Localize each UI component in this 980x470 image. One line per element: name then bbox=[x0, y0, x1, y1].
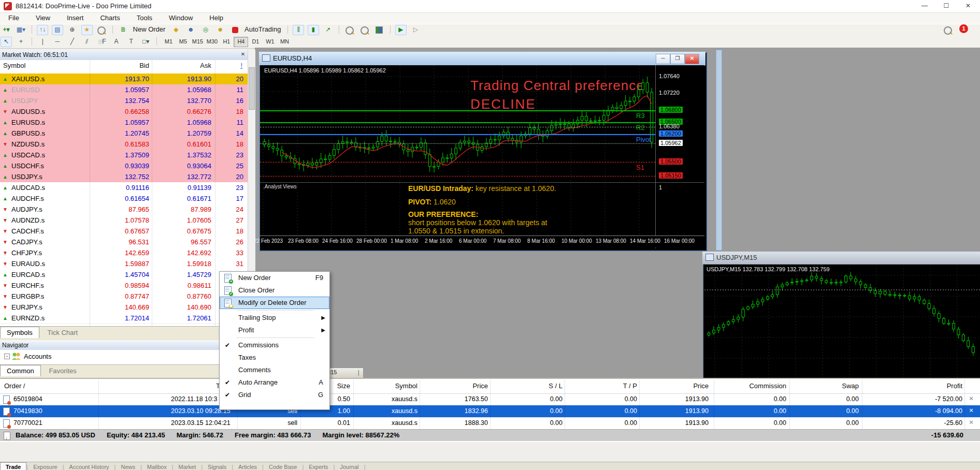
zoom-out-button[interactable] bbox=[359, 25, 370, 35]
terminal-column-header-price[interactable]: Price bbox=[431, 382, 488, 390]
chart-window-eurusd-titlebar[interactable]: EURUSD,H4 bbox=[259, 52, 705, 66]
community-icon[interactable]: ◎ bbox=[200, 25, 211, 35]
market-watch-row[interactable]: ▼EURCHF.s0.985940.98611 bbox=[0, 280, 248, 291]
market-watch-row[interactable]: ▼AUDNZD.s1.075781.0760527 bbox=[0, 215, 248, 226]
market-watch-row[interactable]: ▼NZDUSD.s0.615830.6160118 bbox=[0, 139, 248, 150]
timeframe-m1[interactable]: M1 bbox=[161, 37, 176, 47]
line-chart-button[interactable]: ↗ bbox=[322, 25, 334, 35]
terminal-column-header-tp[interactable]: T / P bbox=[580, 382, 637, 390]
menu-item-new-order[interactable]: +New OrderF9 bbox=[220, 272, 329, 284]
menu-item-window[interactable]: Window bbox=[161, 13, 201, 23]
timeframe-h4[interactable]: H4 bbox=[234, 37, 248, 47]
terminal-tab-mailbox[interactable]: Mailbox bbox=[142, 463, 172, 470]
tab-symbols[interactable]: Symbols bbox=[0, 327, 39, 338]
market-watch-row[interactable]: ▼EURGBP.s0.877470.87760 bbox=[0, 291, 248, 302]
strategy-tester-button[interactable] bbox=[96, 25, 107, 35]
horizontal-line-button[interactable]: ─ bbox=[52, 37, 63, 47]
close-button[interactable]: ✕ bbox=[957, 0, 979, 12]
scrollbar-thumb[interactable] bbox=[249, 67, 255, 110]
column-header-bid[interactable]: Bid bbox=[123, 62, 149, 69]
menu-item-commissions[interactable]: ✔Commissions bbox=[220, 339, 329, 351]
minimize-button[interactable]: — bbox=[914, 0, 935, 12]
market-watch-close-icon[interactable]: ✕ bbox=[239, 51, 247, 58]
timeframe-d1[interactable]: D1 bbox=[248, 37, 263, 47]
timeframe-m5[interactable]: M5 bbox=[176, 37, 190, 47]
market-watch-row[interactable]: ▲AUDCAD.s0.911160.9113923 bbox=[0, 182, 248, 194]
terminal-column-header-price_current[interactable]: Price bbox=[652, 382, 709, 390]
tree-item-accounts[interactable]: Accounts bbox=[24, 352, 51, 360]
candlestick-chart-button[interactable]: ▮ bbox=[308, 25, 319, 35]
terminal-toggle[interactable]: ★ bbox=[81, 25, 93, 35]
menu-item-tools[interactable]: Tools bbox=[128, 13, 161, 23]
terminal-tab-exposure[interactable]: Exposure bbox=[28, 463, 62, 470]
terminal-column-header-order[interactable]: Order / bbox=[4, 382, 25, 390]
market-watch-row[interactable]: ▲USDJPY.s132.752132.77220 bbox=[0, 171, 248, 183]
terminal-tab-experts[interactable]: Experts bbox=[304, 463, 333, 470]
terminal-tab-trade[interactable]: Trade bbox=[0, 462, 26, 470]
new-chart-button[interactable]: +▾ bbox=[1, 25, 12, 35]
menu-item-charts[interactable]: Charts bbox=[92, 13, 128, 23]
maximize-button[interactable]: ☐ bbox=[935, 0, 957, 12]
equidistant-channel-button[interactable]: ⫽ bbox=[81, 37, 93, 47]
market-watch-row[interactable]: ▲AUDCHF.s0.616540.6167117 bbox=[0, 193, 248, 204]
market-watch-toggle[interactable]: ↑↓ bbox=[37, 25, 48, 35]
market-watch-row[interactable]: ▲GBPUSD.s1.207451.2075914 bbox=[0, 128, 248, 139]
timeframe-m15[interactable]: M15 bbox=[190, 37, 205, 47]
market-watch-row[interactable]: ▼EURJPY.s140.669140.690 bbox=[0, 302, 248, 313]
tree-expander-icon[interactable]: − bbox=[4, 354, 10, 359]
chart-shift-button[interactable]: ▷ bbox=[410, 25, 421, 35]
bar-chart-button[interactable]: ⫼ bbox=[293, 25, 304, 35]
menu-item-modify-or-delete-order[interactable]: ✱Modify or Delete Order bbox=[220, 297, 329, 309]
notification-badge[interactable]: 1 bbox=[959, 24, 968, 33]
autotrading-icon[interactable] bbox=[229, 25, 241, 35]
menu-item-grid[interactable]: ✔GridG bbox=[220, 389, 329, 401]
market-watch-row[interactable]: ▲XAUUSD.s1913.701913.9020 bbox=[0, 74, 248, 85]
fibonacci-button[interactable]: 𝄙F bbox=[96, 37, 107, 47]
menu-item-insert[interactable]: Insert bbox=[59, 13, 92, 23]
market-watch-row[interactable]: ▲EURNZD.s1.720141.72061 bbox=[0, 313, 248, 324]
market-watch-row[interactable]: ▼AUDJPY.s87.96587.98924 bbox=[0, 204, 248, 215]
navigator-toggle[interactable]: ⊕ bbox=[66, 25, 78, 35]
auto-scroll-button[interactable]: ▶ bbox=[395, 25, 407, 35]
terminal-column-header-profit[interactable]: Profit bbox=[895, 382, 962, 390]
column-header-ask[interactable]: Ask bbox=[185, 62, 211, 69]
menu-item-profit[interactable]: Profit▶ bbox=[220, 324, 329, 336]
tab-tick-chart[interactable]: Tick Chart bbox=[41, 327, 84, 338]
data-window-toggle[interactable]: ▤ bbox=[52, 25, 63, 35]
mdi-scrollbar[interactable] bbox=[716, 50, 722, 251]
vertical-line-button[interactable]: | bbox=[37, 37, 48, 47]
market-watch-row[interactable]: ▲EURCAD.s1.457041.45729 bbox=[0, 269, 248, 281]
search-icon[interactable] bbox=[944, 25, 952, 37]
market-watch-row[interactable]: ▲USDCHF.s0.930390.9306425 bbox=[0, 160, 248, 172]
tile-windows-button[interactable] bbox=[373, 25, 385, 35]
new-order-button[interactable]: New Order bbox=[133, 24, 166, 35]
terminal-tab-news[interactable]: News bbox=[116, 463, 140, 470]
terminal-tab-account-history[interactable]: Account History bbox=[64, 463, 114, 470]
terminal-tab-code-base[interactable]: Code Base bbox=[264, 463, 302, 470]
zoom-in-button[interactable] bbox=[344, 25, 355, 35]
menu-item-help[interactable]: Help bbox=[201, 13, 232, 23]
timeframe-h1[interactable]: H1 bbox=[219, 37, 234, 47]
expert-advisors-icon[interactable]: ◆ bbox=[170, 25, 182, 35]
market-watch-row[interactable]: ▲EURUSD.s1.059571.0596811 bbox=[0, 117, 248, 128]
market-watch-row[interactable]: ▼CHFJPY.s142.659142.69233 bbox=[0, 247, 248, 259]
chart-close-button[interactable]: ✕ bbox=[685, 54, 699, 64]
market-watch-row[interactable]: ▼CADCHF.s0.676570.6767518 bbox=[0, 226, 248, 237]
terminal-tab-journal[interactable]: Journal bbox=[335, 463, 364, 470]
tab-favorites[interactable]: Favorites bbox=[42, 365, 82, 376]
terminal-column-header-commission[interactable]: Commission bbox=[724, 382, 786, 390]
terminal-tab-signals[interactable]: Signals bbox=[203, 463, 232, 470]
close-position-icon[interactable]: × bbox=[968, 407, 975, 414]
cursor-button[interactable]: ↖ bbox=[1, 37, 12, 47]
timeframe-w1[interactable]: W1 bbox=[263, 37, 277, 47]
terminal-tab-articles[interactable]: Articles bbox=[233, 463, 262, 470]
column-header-symbol[interactable]: Symbol bbox=[3, 62, 25, 69]
trendline-button[interactable]: ╱ bbox=[66, 37, 78, 47]
terminal-column-header-sl[interactable]: S / L bbox=[506, 382, 563, 390]
market-watch-row[interactable]: ▼EURAUD.s1.598871.5991831 bbox=[0, 258, 248, 270]
metaeditor-icon[interactable]: ☻ bbox=[185, 25, 196, 35]
market-watch-row[interactable]: ▲USDJPY132.754132.77016 bbox=[0, 95, 248, 107]
menu-item-trailing-stop[interactable]: Trailing Stop▶ bbox=[220, 312, 329, 324]
new-order-icon[interactable]: 🗎 bbox=[118, 25, 129, 35]
terminal-column-header-swap[interactable]: Swap bbox=[802, 382, 859, 390]
